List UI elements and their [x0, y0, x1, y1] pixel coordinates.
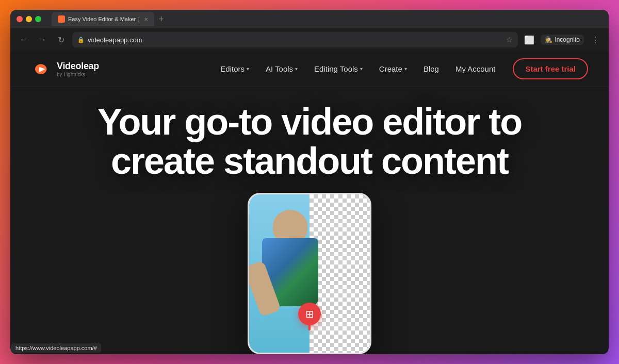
pin-person-icon: ⊞ [305, 308, 314, 320]
nav-item-aitools: AI Tools ▾ [258, 60, 305, 77]
phone-mockup: ⊞ [248, 193, 371, 354]
logo-name: Videoleap [57, 61, 99, 72]
menu-button[interactable]: ⋮ [588, 32, 602, 47]
nav-links: Editors ▾ AI Tools ▾ Editing Tools ▾ [213, 60, 502, 77]
chevron-down-icon: ▾ [247, 66, 249, 72]
nav-label-account: My Account [455, 64, 496, 73]
status-bar-url: https://www.videoleapapp.com/# [11, 343, 101, 353]
chevron-down-icon-2: ▾ [295, 66, 298, 72]
nav-link-editors[interactable]: Editors ▾ [213, 60, 256, 77]
location-pin: ⊞ [298, 303, 321, 330]
nav-item-editing-tools: Editing Tools ▾ [307, 60, 370, 77]
logo-area[interactable]: Videoleap by Lightricks [31, 59, 99, 79]
address-bar[interactable]: 🔒 videoleapapp.com ☆ [72, 32, 518, 47]
incognito-icon: 🕵 [545, 36, 552, 43]
new-tab-button[interactable]: + [156, 14, 166, 25]
nav-item-create: Create ▾ [372, 60, 414, 77]
site-nav: Videoleap by Lightricks Editors ▾ AI Too… [10, 51, 609, 87]
url-text: videoleapapp.com [88, 36, 503, 44]
incognito-badge: 🕵 Incognito [541, 35, 584, 45]
hero-title-line2: create standout content [111, 140, 508, 181]
hero-section: Your go-to video editor to create stando… [10, 87, 609, 354]
chevron-down-icon-4: ▾ [404, 66, 407, 72]
toolbar-right: ⬜ 🕵 Incognito ⋮ [522, 32, 602, 47]
extensions-button[interactable]: ⬜ [522, 32, 536, 47]
forward-button[interactable]: → [35, 32, 50, 47]
logo-subtitle: by Lightricks [57, 72, 99, 77]
nav-link-account[interactable]: My Account [448, 60, 503, 77]
active-tab[interactable]: Easy Video Editor & Maker | ✕ [52, 12, 154, 26]
tab-favicon-icon [58, 15, 65, 23]
refresh-button[interactable]: ↻ [54, 32, 68, 47]
tab-bar: Easy Video Editor & Maker | ✕ + [52, 12, 602, 26]
browser-titlebar: Easy Video Editor & Maker | ✕ + [10, 10, 609, 28]
bookmark-icon[interactable]: ☆ [506, 36, 513, 44]
nav-link-aitools[interactable]: AI Tools ▾ [258, 60, 305, 77]
maximize-button[interactable] [35, 16, 41, 22]
incognito-label: Incognito [555, 36, 580, 43]
tab-title-text: Easy Video Editor & Maker | [68, 16, 139, 22]
nav-link-editing-tools[interactable]: Editing Tools ▾ [307, 60, 370, 77]
browser-toolbar: ← → ↻ 🔒 videoleapapp.com ☆ ⬜ 🕵 Incognito… [10, 28, 609, 51]
back-button[interactable]: ← [17, 32, 31, 47]
nav-label-blog: Blog [423, 64, 439, 73]
nav-link-create[interactable]: Create ▾ [372, 60, 414, 77]
nav-item-blog: Blog [416, 60, 446, 77]
logo-icon [31, 59, 52, 79]
tab-close-icon[interactable]: ✕ [144, 16, 148, 22]
nav-label-aitools: AI Tools [266, 64, 293, 73]
browser-window: Easy Video Editor & Maker | ✕ + ← → ↻ 🔒 … [10, 10, 609, 354]
nav-item-editors: Editors ▾ [213, 60, 256, 77]
nav-link-blog[interactable]: Blog [416, 60, 446, 77]
hero-title: Your go-to video editor to create stando… [97, 103, 522, 180]
phone-inner: ⊞ [249, 194, 370, 353]
chevron-down-icon-3: ▾ [360, 66, 363, 72]
website-content: Videoleap by Lightricks Editors ▾ AI Too… [10, 51, 609, 354]
close-button[interactable] [17, 16, 23, 22]
nav-label-create: Create [379, 64, 402, 73]
nav-item-account: My Account [448, 60, 503, 77]
nav-label-editing-tools: Editing Tools [314, 64, 358, 73]
pin-circle: ⊞ [298, 303, 321, 325]
pin-tail [308, 325, 311, 330]
start-free-trial-button[interactable]: Start free trial [513, 58, 588, 79]
nav-label-editors: Editors [220, 64, 245, 73]
logo-text-area: Videoleap by Lightricks [57, 61, 99, 77]
traffic-lights [17, 16, 41, 22]
lock-icon: 🔒 [77, 37, 85, 43]
minimize-button[interactable] [26, 16, 32, 22]
hero-title-line1: Your go-to video editor to [97, 101, 522, 142]
